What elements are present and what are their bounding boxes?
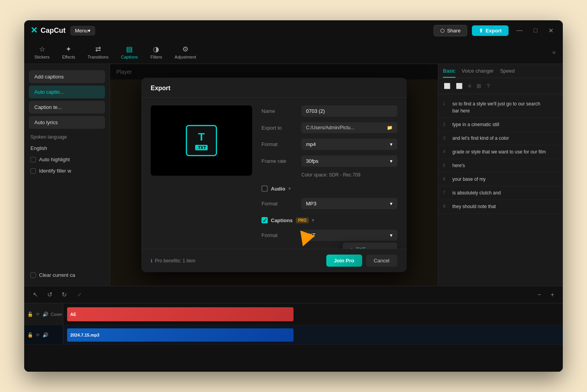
captions-toggle[interactable]: ✓ <box>261 217 268 223</box>
visibility-button[interactable]: 👁 <box>36 312 40 317</box>
delete-caption-btn-5[interactable]: 🗑 <box>553 162 558 167</box>
add-caption-btn-6[interactable]: + <box>549 176 552 181</box>
maximize-button[interactable]: □ <box>530 25 541 36</box>
captions-format-select[interactable]: TXT ▾ ✓ TXT <box>301 230 397 241</box>
export-button[interactable]: ⬆ Export <box>472 25 509 36</box>
zoom-out-button[interactable]: − <box>535 290 543 300</box>
clear-caption-checkbox[interactable] <box>30 273 36 278</box>
caption-item-6: 6 your base of my + 🗑 <box>438 173 563 186</box>
grid-button[interactable]: ⊞ <box>475 81 483 91</box>
caption-item-5: 5 here's + 🗑 <box>438 159 563 173</box>
tab-voice-changer[interactable]: Voice changer <box>462 68 494 78</box>
delete-caption-btn-3[interactable]: 🗑 <box>553 135 558 140</box>
delete-caption-btn-6[interactable]: 🗑 <box>553 176 558 181</box>
right-tabs: Basic Voice changer Speed <box>438 64 563 78</box>
name-field-row: Name <box>261 105 397 117</box>
export-path[interactable]: C:/Users/Admin/Pictu... 📁 <box>301 122 397 133</box>
audio-lock-button[interactable]: 🔓 <box>27 332 33 338</box>
audio-arrow-icon[interactable]: ▾ <box>288 186 291 191</box>
toolbar-filters[interactable]: ◑ Filters <box>145 43 167 62</box>
name-label: Name <box>261 108 297 114</box>
title-bar: ✕ CapCut Menu▾ ⬡ Share ⬆ Export — □ ✕ <box>24 20 563 41</box>
help-button[interactable]: ? <box>485 81 491 91</box>
add-caption-btn-4[interactable]: + <box>549 148 552 154</box>
auto-lyrics-button[interactable]: Auto lyrics <box>29 116 105 129</box>
split-button[interactable]: ⟋ <box>74 290 85 300</box>
captions-icon: ▤ <box>126 45 133 53</box>
main-content: Add captions Auto captio... Caption te..… <box>24 64 563 286</box>
add-caption-btn-8[interactable]: + <box>549 203 552 208</box>
volume-button[interactable]: 🔊 <box>43 312 48 317</box>
toolbar-stickers[interactable]: ☆ Stickers <box>29 43 55 62</box>
audio-clip[interactable]: 2024.7.15.mp3 <box>67 328 294 342</box>
name-input[interactable] <box>301 105 397 117</box>
audio-visibility-button[interactable]: 👁 <box>36 332 40 338</box>
folder-icon: 📁 <box>387 125 393 130</box>
toolbar-effects[interactable]: ✦ Effects <box>57 43 80 62</box>
identify-filler-checkbox[interactable] <box>30 168 36 174</box>
toolbar-captions[interactable]: ▤ Captions <box>116 43 143 62</box>
delete-caption-btn-2[interactable]: 🗑 <box>553 121 558 127</box>
format-select[interactable]: mp4 ▾ <box>301 139 397 150</box>
audio-format-select[interactable]: MP3 ▾ <box>301 198 397 209</box>
captions-arrow-icon[interactable]: ▾ <box>312 217 314 223</box>
add-captions-button[interactable]: Add captions <box>29 70 105 83</box>
delete-caption-btn-7[interactable]: 🗑 <box>553 189 558 195</box>
format-label: Format <box>261 141 297 147</box>
toolbar-collapse-button[interactable]: « <box>550 46 558 58</box>
auto-captions-button[interactable]: Auto captio... <box>29 86 105 98</box>
redo-button[interactable]: ↻ <box>59 289 69 300</box>
toolbar-transitions[interactable]: ⇄ Transitions <box>82 43 114 62</box>
delete-caption-btn-8[interactable]: 🗑 <box>553 203 558 208</box>
chevron-down-icon: ▾ <box>390 141 393 147</box>
menu-button[interactable]: Menu▾ <box>70 26 95 36</box>
select-tool-button[interactable]: ↖ <box>30 289 40 300</box>
audio-toggle[interactable]: ○ <box>261 185 268 192</box>
captions-section-header: ✓ Captions PRO ▾ <box>261 215 397 224</box>
dropdown-item-txt[interactable]: ✓ TXT <box>343 242 397 249</box>
dialog-fields: Name Export to C:/Users/Admin/Pictu... 📁 <box>261 105 397 241</box>
align-center-button[interactable]: ⬜ <box>454 81 464 91</box>
export-to-field-row: Export to C:/Users/Admin/Pictu... 📁 <box>261 122 397 133</box>
add-caption-btn-5[interactable]: + <box>549 162 552 167</box>
chevron-down-icon-3: ▾ <box>390 201 393 207</box>
delete-caption-btn-4[interactable]: 🗑 <box>553 148 558 154</box>
audio-volume-button[interactable]: 🔊 <box>43 332 48 338</box>
add-caption-btn-2[interactable]: + <box>549 121 552 127</box>
check-icon: ✓ <box>349 247 353 249</box>
tab-speed[interactable]: Speed <box>500 68 515 78</box>
cancel-button[interactable]: Cancel <box>366 255 397 267</box>
delete-caption-btn-1[interactable]: 🗑 <box>553 100 558 106</box>
auto-highlight-checkbox[interactable] <box>30 157 36 162</box>
captions-format-label: Format <box>261 232 297 238</box>
add-caption-btn-1[interactable]: + <box>549 100 552 106</box>
frame-rate-label: Frame rate <box>261 158 297 164</box>
zoom-in-button[interactable]: + <box>548 290 557 300</box>
frame-rate-select[interactable]: 30fps ▾ <box>301 155 397 167</box>
toolbar-adjustment[interactable]: ⚙ Adjustment <box>169 43 201 62</box>
undo-button[interactable]: ↺ <box>45 289 55 300</box>
caption-list: 1 so to find a style we'll just go to ou… <box>438 94 563 286</box>
add-caption-btn-7[interactable]: + <box>549 189 552 195</box>
right-panel: Basic Voice changer Speed ⬜ ⬜ ≡ ⊞ ? 1 so… <box>438 64 563 286</box>
join-pro-button[interactable]: Join Pro <box>326 255 362 267</box>
toolbar: ☆ Stickers ✦ Effects ⇄ Transitions ▤ Cap… <box>24 41 563 64</box>
tab-basic[interactable]: Basic <box>443 68 455 78</box>
close-button[interactable]: ✕ <box>545 25 557 36</box>
frame-rate-field-row: Frame rate 30fps ▾ <box>261 155 397 167</box>
video-track-row: 🔓 👁 🔊 Cover AE <box>24 303 563 325</box>
video-clip[interactable]: AE <box>67 307 294 321</box>
timeline-tracks: 🔓 👁 🔊 Cover AE 🔓 👁 🔊 <box>24 303 563 372</box>
list-button[interactable]: ≡ <box>466 81 473 91</box>
add-caption-btn-3[interactable]: + <box>549 135 552 140</box>
video-track-lane: AE <box>63 303 563 325</box>
pro-badge: PRO <box>296 217 309 223</box>
audio-section-header: ○ Audio ▾ <box>261 183 397 192</box>
minimize-button[interactable]: — <box>513 25 526 36</box>
share-button[interactable]: ⬡ Share <box>434 25 467 36</box>
right-toolbar: ⬜ ⬜ ≡ ⊞ ? <box>438 78 563 94</box>
caption-templates-button[interactable]: Caption te... <box>29 101 105 114</box>
align-left-button[interactable]: ⬜ <box>442 81 452 91</box>
audio-format-row: Format MP3 ▾ <box>261 198 397 209</box>
lock-button[interactable]: 🔓 <box>27 312 33 317</box>
